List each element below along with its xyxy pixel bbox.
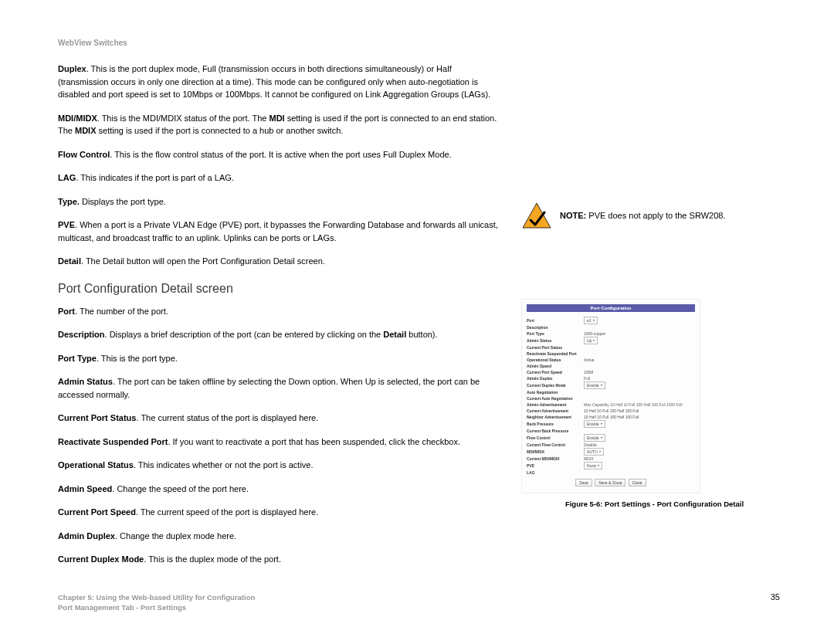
note-text: NOTE: PVE does not apply to the SRW208. bbox=[560, 211, 725, 220]
fig-save-btn[interactable]: Save bbox=[575, 479, 592, 486]
item-port-type: Port Type. This is the port type. bbox=[58, 352, 498, 365]
page-footer: Chapter 5: Using the Web-based Utility f… bbox=[58, 592, 788, 613]
figure-title-bar: Port Configuration bbox=[527, 304, 695, 312]
footer-page-number: 35 bbox=[771, 592, 780, 613]
para-type: Type. Displays the port type. bbox=[58, 195, 498, 208]
note-block: NOTE: PVE does not apply to the SRW208. bbox=[521, 202, 788, 229]
note-icon bbox=[521, 202, 552, 229]
fig-admin-status[interactable]: Up bbox=[584, 337, 598, 344]
section-heading: Port Configuration Detail screen bbox=[58, 282, 498, 296]
fig-flowcontrol[interactable]: Enable bbox=[584, 434, 605, 442]
fig-save-close-btn[interactable]: Save & Close bbox=[595, 479, 626, 486]
main-text-column: Duplex. This is the port duplex mode, Fu… bbox=[58, 63, 498, 577]
footer-chapter: Chapter 5: Using the Web-based Utility f… bbox=[58, 592, 255, 602]
item-port: Port. The number of the port. bbox=[58, 305, 498, 318]
para-lag: LAG. This indicates if the port is part … bbox=[58, 171, 498, 185]
item-operational-status: Operational Status. This indicates wheth… bbox=[58, 459, 498, 472]
item-admin-status: Admin Status. The port can be taken offl… bbox=[58, 375, 498, 401]
item-admin-speed: Admin Speed. Change the speed of the por… bbox=[58, 483, 498, 496]
figure-port-config: Port Configuration Porte1 Description Po… bbox=[521, 299, 700, 493]
fig-pve[interactable]: None bbox=[584, 462, 602, 469]
fig-close-btn[interactable]: Close bbox=[629, 479, 646, 486]
para-detail-btn: Detail. The Detail button will open the … bbox=[58, 255, 498, 268]
fig-duplex[interactable]: Enable bbox=[584, 381, 605, 389]
para-mdi: MDI/MIDX. This is the MDI/MDIX status of… bbox=[58, 112, 498, 137]
fig-port-select[interactable]: e1 bbox=[584, 317, 598, 324]
item-current-port-status: Current Port Status. The current status … bbox=[58, 412, 498, 425]
right-column: NOTE: PVE does not apply to the SRW208. … bbox=[521, 63, 788, 577]
footer-section: Port Management Tab - Port Settings bbox=[58, 602, 255, 612]
item-reactivate: Reactivate Suspended Port. If you want t… bbox=[58, 436, 498, 449]
para-duplex: Duplex. This is the port duplex mode, Fu… bbox=[58, 63, 498, 101]
item-description: Description. Displays a brief descriptio… bbox=[58, 328, 498, 341]
para-pve: PVE. When a port is a Private VLAN Edge … bbox=[58, 219, 498, 244]
fig-mdi[interactable]: AUTO bbox=[584, 448, 604, 456]
item-current-port-speed: Current Port Speed. The current speed of… bbox=[58, 506, 498, 519]
fig-backpressure[interactable]: Enable bbox=[584, 420, 605, 428]
figure-caption: Figure 5-6: Port Settings - Port Configu… bbox=[521, 500, 788, 508]
item-current-duplex: Current Duplex Mode. This is the duplex … bbox=[58, 553, 498, 566]
para-flow: Flow Control. This is the flow control s… bbox=[58, 148, 498, 161]
item-admin-duplex: Admin Duplex. Change the duplex mode her… bbox=[58, 530, 498, 543]
page-header: WebView Switches bbox=[58, 39, 788, 47]
